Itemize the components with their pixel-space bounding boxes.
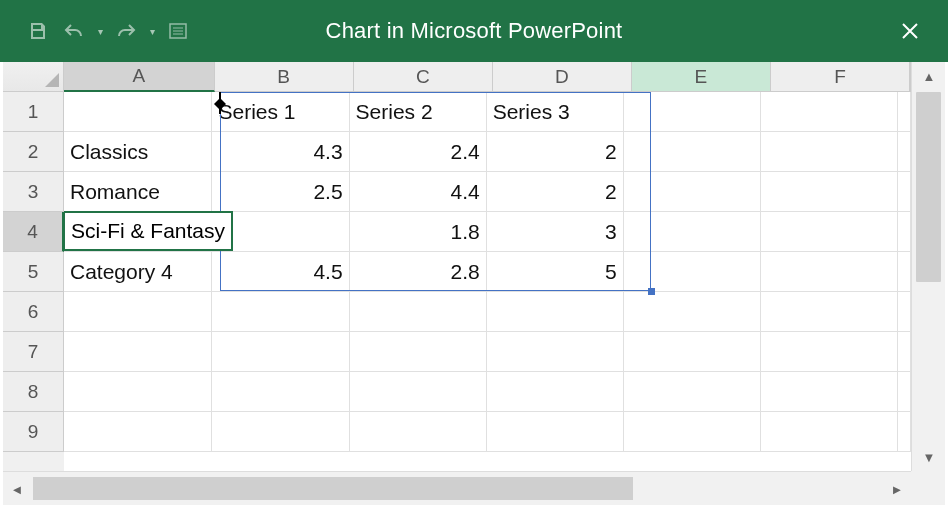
cell-blank[interactable] (898, 332, 911, 372)
row-header-4[interactable]: 4 (3, 212, 64, 252)
cell-D5[interactable]: 5 (487, 252, 624, 292)
cell-E7[interactable] (624, 332, 761, 372)
scroll-down-button[interactable]: ▼ (912, 443, 946, 471)
cell-blank[interactable] (898, 372, 911, 412)
cell-A6[interactable] (64, 292, 212, 332)
cell-blank[interactable] (898, 132, 911, 172)
cell-D9[interactable] (487, 412, 624, 452)
undo-icon (63, 21, 85, 41)
column-header-A[interactable]: A (64, 62, 215, 92)
cell-D1[interactable]: Series 3 (487, 92, 624, 132)
row-header-6[interactable]: 6 (3, 292, 64, 332)
column-header-C[interactable]: C (354, 62, 493, 92)
cell-F4[interactable] (761, 212, 898, 252)
cell-B4[interactable] (212, 212, 349, 252)
cell-B1[interactable]: Series 1 (212, 92, 349, 132)
cell-A7[interactable] (64, 332, 212, 372)
cell-F6[interactable] (761, 292, 898, 332)
save-button[interactable] (22, 15, 54, 47)
cell-C4[interactable]: 1.8 (350, 212, 487, 252)
cell-D7[interactable] (487, 332, 624, 372)
cell-C1[interactable]: Series 2 (350, 92, 487, 132)
cell-A1[interactable] (64, 92, 212, 132)
row-header-9[interactable]: 9 (3, 412, 64, 452)
vertical-scrollbar[interactable]: ▲ ▼ (911, 62, 945, 471)
cell-C7[interactable] (350, 332, 487, 372)
cell-D8[interactable] (487, 372, 624, 412)
scroll-up-button[interactable]: ▲ (912, 62, 946, 90)
cell-C8[interactable] (350, 372, 487, 412)
cell-A4[interactable] (64, 212, 212, 252)
cell-E1[interactable] (624, 92, 761, 132)
row-header-3[interactable]: 3 (3, 172, 64, 212)
cell-E9[interactable] (624, 412, 761, 452)
cell-C2[interactable]: 2.4 (350, 132, 487, 172)
select-all-corner[interactable] (3, 62, 64, 92)
spreadsheet: ABCDEF 123456789 Series 1Series 2Series … (3, 62, 945, 505)
scroll-left-button[interactable]: ◄ (3, 472, 31, 506)
cell-E2[interactable] (624, 132, 761, 172)
cell-A8[interactable] (64, 372, 212, 412)
cell-E4[interactable] (624, 212, 761, 252)
horizontal-scrollbar[interactable]: ◄ ► (3, 471, 911, 505)
cell-E8[interactable] (624, 372, 761, 412)
cell-C6[interactable] (350, 292, 487, 332)
vertical-scroll-thumb[interactable] (916, 92, 941, 282)
cell-blank[interactable] (898, 412, 911, 452)
cell-F9[interactable] (761, 412, 898, 452)
redo-icon (115, 21, 137, 41)
cell-D3[interactable]: 2 (487, 172, 624, 212)
cell-C9[interactable] (350, 412, 487, 452)
scroll-right-button[interactable]: ► (883, 472, 911, 506)
horizontal-scroll-thumb[interactable] (33, 477, 633, 500)
cell-blank[interactable] (898, 92, 911, 132)
cell-B2[interactable]: 4.3 (212, 132, 349, 172)
cell-A5[interactable]: Category 4 (64, 252, 212, 292)
cell-C3[interactable]: 4.4 (350, 172, 487, 212)
cell-D2[interactable]: 2 (487, 132, 624, 172)
cell-B9[interactable] (212, 412, 349, 452)
cell-F5[interactable] (761, 252, 898, 292)
row-header-5[interactable]: 5 (3, 252, 64, 292)
cell-E3[interactable] (624, 172, 761, 212)
cell-blank[interactable] (898, 252, 911, 292)
cell-F3[interactable] (761, 172, 898, 212)
redo-button[interactable] (110, 15, 142, 47)
undo-dropdown[interactable]: ▾ (94, 26, 106, 37)
row-header-7[interactable]: 7 (3, 332, 64, 372)
column-header-E[interactable]: E (632, 62, 771, 92)
cell-blank[interactable] (898, 212, 911, 252)
cell-F1[interactable] (761, 92, 898, 132)
redo-dropdown[interactable]: ▾ (146, 26, 158, 37)
cell-B5[interactable]: 4.5 (212, 252, 349, 292)
cell-B6[interactable] (212, 292, 349, 332)
cell-E6[interactable] (624, 292, 761, 332)
cell-A9[interactable] (64, 412, 212, 452)
row-header-2[interactable]: 2 (3, 132, 64, 172)
cell-C5[interactable]: 2.8 (350, 252, 487, 292)
cell-F8[interactable] (761, 372, 898, 412)
save-icon (28, 21, 48, 41)
cell-E5[interactable] (624, 252, 761, 292)
row-header-8[interactable]: 8 (3, 372, 64, 412)
column-header-D[interactable]: D (493, 62, 632, 92)
cells-area[interactable]: Series 1Series 2Series 3Classics4.32.42R… (64, 92, 911, 471)
column-header-F[interactable]: F (771, 62, 910, 92)
cell-B8[interactable] (212, 372, 349, 412)
cell-D4[interactable]: 3 (487, 212, 624, 252)
undo-button[interactable] (58, 15, 90, 47)
cell-D6[interactable] (487, 292, 624, 332)
cell-A2[interactable]: Classics (64, 132, 212, 172)
cell-blank[interactable] (898, 292, 911, 332)
close-button[interactable] (886, 0, 934, 62)
cell-A3[interactable]: Romance (64, 172, 212, 212)
cell-F7[interactable] (761, 332, 898, 372)
cell-B3[interactable]: 2.5 (212, 172, 349, 212)
column-header-B[interactable]: B (215, 62, 354, 92)
cell-B7[interactable] (212, 332, 349, 372)
row-header-1[interactable]: 1 (3, 92, 64, 132)
cell-F2[interactable] (761, 132, 898, 172)
customize-qat-button[interactable] (162, 15, 194, 47)
title-bar: ▾ ▾ Chart in Microsoft PowerPoint (0, 0, 948, 62)
cell-blank[interactable] (898, 172, 911, 212)
